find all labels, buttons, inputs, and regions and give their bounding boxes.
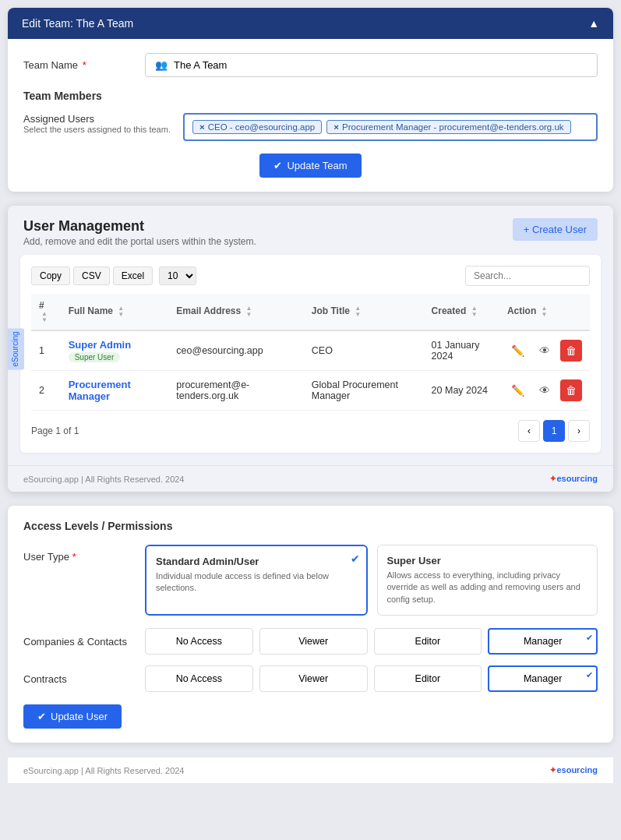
- export-buttons: Copy CSV Excel: [31, 266, 153, 285]
- row1-view-button[interactable]: 👁: [534, 340, 556, 362]
- update-user-button[interactable]: ✔ Update User: [23, 704, 122, 729]
- footer-logo: ✦esourcing: [549, 765, 598, 775]
- per-page-selector: 10 25 50: [159, 266, 199, 285]
- row1-edit-button[interactable]: ✏️: [507, 340, 529, 362]
- row2-delete-button[interactable]: 🗑: [560, 379, 582, 401]
- companies-editor-btn[interactable]: Editor: [374, 628, 482, 655]
- row1-action: ✏️ 👁 🗑: [499, 330, 590, 371]
- per-page-select[interactable]: 10 25 50: [159, 266, 196, 285]
- contracts-editor-btn[interactable]: Editor: [374, 665, 482, 692]
- row2-view-button[interactable]: 👁: [534, 379, 556, 401]
- users-table: # ▲▼ Full Name ▲▼ Email Address ▲▼ Job T…: [31, 294, 590, 411]
- um-header: User Management Add, remove and edit the…: [8, 206, 613, 255]
- table-head: # ▲▼ Full Name ▲▼ Email Address ▲▼ Job T…: [31, 294, 590, 330]
- update-user-check-icon: ✔: [37, 711, 46, 722]
- row1-email: ceo@esourcing.app: [168, 330, 303, 371]
- update-team-row: ✔ Update Team: [23, 154, 598, 178]
- row2-jobtitle: Global Procurement Manager: [304, 371, 424, 411]
- um-title-block: User Management Add, remove and edit the…: [23, 218, 256, 247]
- access-levels-card: Access Levels / Permissions User Type * …: [8, 506, 613, 743]
- companies-no-access-btn[interactable]: No Access: [145, 628, 253, 655]
- contracts-manager-btn[interactable]: ✔ Manager: [488, 665, 598, 692]
- required-marker: *: [79, 59, 86, 71]
- assigned-users-container[interactable]: × CEO - ceo@esourcing.app × Procurement …: [183, 113, 598, 141]
- um-footer: eSourcing.app | All Rights Reserved. 202…: [8, 465, 613, 492]
- companies-contacts-label: Companies & Contacts: [23, 636, 132, 648]
- row2-created: 20 May 2024: [424, 371, 499, 411]
- contracts-row: Contracts No Access Viewer Editor ✔ Mana…: [23, 665, 598, 692]
- edit-team-header: Edit Team: The A Team ▲: [8, 8, 613, 39]
- update-team-button[interactable]: ✔ Update Team: [259, 154, 361, 178]
- super-title: Super User: [387, 555, 588, 566]
- table-pagination: Page 1 of 1 ‹ 1 ›: [31, 420, 590, 442]
- footer-logo-text: esourcing: [556, 765, 598, 775]
- next-page-button[interactable]: ›: [568, 420, 590, 442]
- assigned-users-row: Assigned Users Select the users assigned…: [23, 113, 598, 141]
- access-section-title: Access Levels / Permissions: [23, 520, 598, 532]
- search-input[interactable]: [465, 266, 590, 286]
- super-desc: Allows access to everything, including p…: [387, 570, 588, 605]
- page-buttons: ‹ 1 ›: [518, 420, 590, 442]
- user-type-required: *: [69, 551, 76, 563]
- update-team-label: Update Team: [287, 160, 347, 171]
- companies-contacts-row: Companies & Contacts No Access Viewer Ed…: [23, 628, 598, 655]
- table-header-row: # ▲▼ Full Name ▲▼ Email Address ▲▼ Job T…: [31, 294, 590, 330]
- user-type-standard[interactable]: ✔ Standard Admin/User Individual module …: [145, 545, 368, 616]
- row2-edit-button[interactable]: ✏️: [507, 379, 529, 401]
- user-type-super[interactable]: Super User Allows access to everything, …: [377, 545, 598, 616]
- um-table-wrapper: Copy CSV Excel 10 25 50: [20, 255, 601, 453]
- row1-delete-button[interactable]: 🗑: [560, 340, 582, 362]
- copy-button[interactable]: Copy: [31, 266, 70, 285]
- team-name-label: Team Name *: [23, 59, 132, 71]
- user-type-options: ✔ Standard Admin/User Individual module …: [145, 545, 598, 616]
- user-tag-2[interactable]: × Procurement Manager - procurement@e-te…: [326, 120, 570, 134]
- page-1-button[interactable]: 1: [543, 420, 565, 442]
- user-type-row: User Type * ✔ Standard Admin/User Indivi…: [23, 545, 598, 616]
- page-footer: eSourcing.app | All Rights Reserved. 202…: [8, 757, 613, 783]
- remove-user-2-btn[interactable]: ×: [333, 122, 339, 132]
- table-controls: Copy CSV Excel 10 25 50: [31, 266, 590, 286]
- team-name-field[interactable]: [174, 59, 587, 71]
- create-user-button[interactable]: + Create User: [513, 218, 598, 241]
- row2-num: 2: [31, 371, 61, 411]
- contracts-no-access-btn[interactable]: No Access: [145, 665, 253, 692]
- standard-title: Standard Admin/User: [156, 556, 357, 567]
- row2-name-link[interactable]: Procurement Manager: [69, 379, 161, 402]
- team-name-row: Team Name * 👥: [23, 53, 598, 77]
- team-members-title: Team Members: [23, 90, 598, 102]
- contracts-viewer-btn[interactable]: Viewer: [259, 665, 368, 692]
- team-name-input-wrapper: 👥: [145, 53, 598, 77]
- assigned-users-label: Assigned Users Select the users assigned…: [23, 113, 171, 134]
- row1-jobtitle: CEO: [304, 330, 424, 371]
- companies-contacts-options: No Access Viewer Editor ✔ Manager: [145, 628, 598, 655]
- user-tag-1[interactable]: × CEO - ceo@esourcing.app: [192, 120, 322, 134]
- row2-name: Procurement Manager: [61, 371, 169, 411]
- update-check-icon: ✔: [273, 160, 282, 171]
- companies-viewer-btn[interactable]: Viewer: [259, 628, 368, 655]
- table-body: 1 Super Admin Super User ceo@esourcing.a…: [31, 330, 590, 411]
- csv-button[interactable]: CSV: [73, 266, 110, 285]
- um-subtitle: Add, remove and edit the portal users wi…: [23, 236, 256, 247]
- excel-button[interactable]: Excel: [113, 266, 153, 285]
- companies-manager-btn[interactable]: ✔ Manager: [488, 628, 598, 655]
- collapse-icon[interactable]: ▲: [588, 17, 599, 30]
- col-action: Action ▲▼: [499, 294, 590, 330]
- col-jobtitle: Job Title ▲▼: [304, 294, 424, 330]
- companies-manager-check: ✔: [586, 633, 593, 643]
- page-info: Page 1 of 1: [31, 425, 79, 436]
- row1-num: 1: [31, 330, 61, 371]
- assigned-users-sublabel: Select the users assigned to this team.: [23, 125, 171, 134]
- col-created: Created ▲▼: [424, 294, 499, 330]
- row1-action-icons: ✏️ 👁 🗑: [507, 340, 582, 362]
- table-controls-left: Copy CSV Excel 10 25 50: [31, 266, 199, 285]
- update-user-row: ✔ Update User: [23, 704, 598, 729]
- prev-page-button[interactable]: ‹: [518, 420, 540, 442]
- user-type-label: User Type *: [23, 545, 132, 563]
- remove-user-1-btn[interactable]: ×: [199, 122, 205, 132]
- update-user-label: Update User: [51, 711, 108, 722]
- row2-action-icons: ✏️ 👁 🗑: [507, 379, 582, 401]
- row1-badge: Super User: [69, 352, 121, 362]
- sidebar-label-wrapper: eSourcing: [8, 328, 24, 369]
- table-row: 2 Procurement Manager procurement@e-tend…: [31, 371, 590, 411]
- row1-name-link[interactable]: Super Admin: [69, 339, 161, 351]
